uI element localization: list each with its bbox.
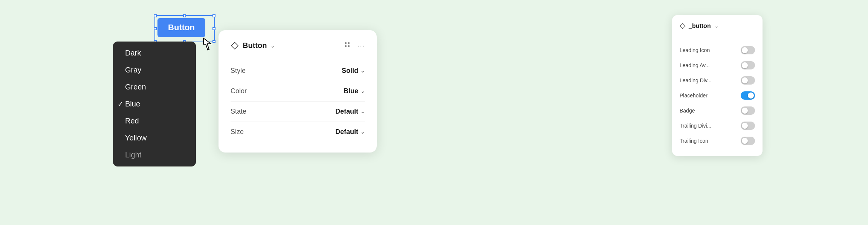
toggle-trailing-icon[interactable] (741, 137, 755, 145)
panel-title-area: Button ⌄ (231, 41, 275, 50)
toggle-knob (742, 77, 748, 83)
toggle-knob (742, 108, 748, 114)
handle-br[interactable] (212, 40, 215, 43)
dropdown-item-green[interactable]: Green (113, 79, 196, 96)
svg-point-1 (348, 42, 350, 44)
props-title: _button (689, 23, 711, 29)
prop-row-leading-div: Leading Div... (680, 73, 755, 88)
props-diamond-icon (680, 23, 686, 29)
state-chevron: ⌄ (361, 109, 365, 114)
prop-label-badge: Badge (680, 108, 695, 114)
prop-label-leading-av: Leading Av... (680, 62, 710, 68)
toggle-badge[interactable] (741, 106, 755, 115)
panel-title: Button (243, 41, 267, 50)
color-chevron: ⌄ (361, 88, 365, 94)
panel-chevron-icon[interactable]: ⌄ (270, 43, 275, 49)
props-chevron-icon[interactable]: ⌄ (715, 23, 718, 29)
prop-label-leading-div: Leading Div... (680, 77, 712, 83)
prop-row-trailing-divi: Trailing Divi... (680, 118, 755, 133)
prop-label-leading-icon: Leading Icon (680, 47, 710, 53)
prop-label-trailing-icon: Trailing Icon (680, 138, 708, 144)
color-label: Color (231, 87, 247, 95)
state-row: State Default ⌄ (231, 102, 365, 122)
properties-right-panel: _button ⌄ Leading Icon Leading Av... Lea… (672, 15, 763, 156)
size-value[interactable]: Default ⌄ (335, 128, 365, 136)
handle-tm[interactable] (183, 14, 186, 17)
style-chevron: ⌄ (361, 68, 365, 74)
toggle-knob (748, 92, 754, 99)
toggle-placeholder[interactable] (741, 91, 755, 100)
size-row: Size Default ⌄ (231, 122, 365, 142)
state-value[interactable]: Default ⌄ (335, 108, 365, 116)
style-label: Style (231, 67, 246, 75)
toggle-knob (742, 138, 748, 144)
dropdown-item-gray[interactable]: Gray (113, 62, 196, 79)
size-label: Size (231, 128, 244, 136)
handle-tl[interactable] (154, 14, 157, 17)
toggle-trailing-divi[interactable] (741, 122, 755, 130)
panel-header: Button ⌄ ⋯ (231, 41, 365, 50)
cursor-icon (202, 37, 213, 51)
style-row: Style Solid ⌄ (231, 61, 365, 81)
panel-actions: ⋯ (344, 41, 365, 50)
dropdown-item-red[interactable]: Red (113, 112, 196, 129)
dropdown-item-yellow[interactable]: Yellow (113, 129, 196, 146)
handle-lm[interactable] (154, 27, 157, 30)
prop-row-placeholder: Placeholder (680, 88, 755, 103)
handle-rm[interactable] (212, 27, 215, 30)
toggle-leading-av[interactable] (741, 61, 755, 69)
layout-icon[interactable] (344, 41, 351, 50)
prop-label-trailing-divi: Trailing Divi... (680, 123, 711, 129)
button-properties-panel: Button ⌄ ⋯ Style Solid ⌄ Color (219, 30, 377, 153)
style-value[interactable]: Solid ⌄ (342, 67, 365, 75)
prop-row-leading-icon: Leading Icon (680, 43, 755, 58)
toggle-knob (742, 123, 748, 129)
handle-tr[interactable] (212, 14, 215, 17)
prop-row-leading-av: Leading Av... (680, 58, 755, 73)
svg-point-3 (348, 45, 350, 47)
dropdown-item-light[interactable]: Light (113, 146, 196, 163)
diamond-icon (231, 42, 239, 50)
toggle-knob (742, 47, 748, 53)
color-value[interactable]: Blue ⌄ (344, 87, 365, 95)
prop-label-placeholder: Placeholder (680, 92, 708, 99)
dropdown-item-dark[interactable]: Dark (113, 45, 196, 62)
toggle-leading-icon[interactable] (741, 46, 755, 54)
toggle-leading-div[interactable] (741, 76, 755, 85)
color-dropdown-menu: Dark Gray Green Blue Red Yellow Light (113, 42, 196, 166)
more-options-icon[interactable]: ⋯ (357, 41, 365, 50)
svg-point-2 (345, 45, 347, 47)
props-header: _button ⌄ (680, 23, 755, 35)
state-label: State (231, 108, 246, 116)
color-row: Color Blue ⌄ (231, 81, 365, 102)
size-chevron: ⌄ (361, 129, 365, 135)
dropdown-item-blue[interactable]: Blue (113, 96, 196, 112)
svg-point-0 (345, 42, 347, 44)
preview-button[interactable]: Button (157, 18, 205, 37)
toggle-knob (742, 62, 748, 68)
prop-row-badge: Badge (680, 103, 755, 118)
prop-row-trailing-icon: Trailing Icon (680, 133, 755, 148)
